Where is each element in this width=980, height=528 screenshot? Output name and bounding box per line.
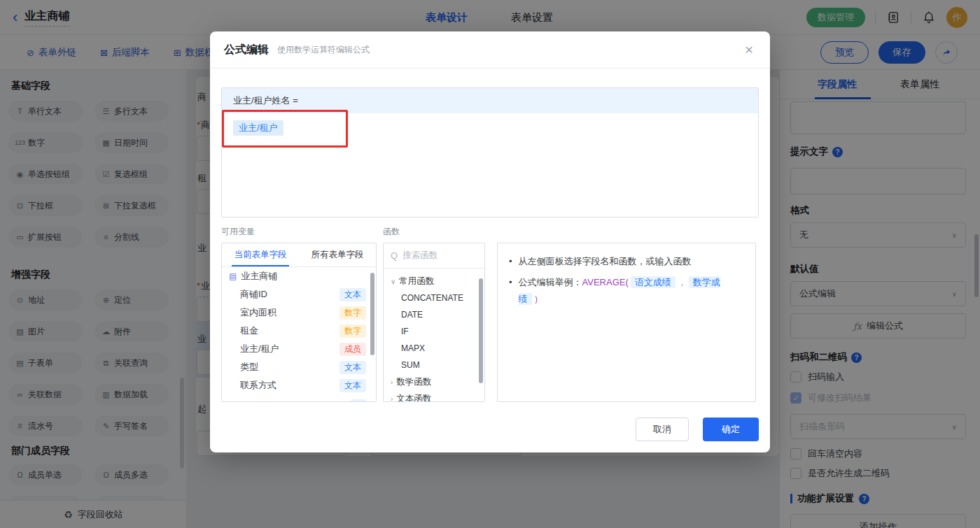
chevron-right-icon: › (391, 395, 393, 403)
dialog-subtitle: 使用数学运算符编辑公式 (277, 44, 370, 56)
annotation-red-box (222, 110, 348, 148)
variable-field-row[interactable]: 室内面积 数字 (222, 304, 376, 322)
chevron-down-icon: ∨ (391, 278, 396, 285)
type-badge: 数字 (340, 324, 366, 338)
example-function-name: AVERAGE( (582, 277, 629, 287)
chevron-right-icon: › (391, 378, 393, 386)
form-node[interactable]: ▤ 业主商铺 (222, 267, 376, 285)
form-doc-icon: ▤ (229, 271, 237, 281)
functions-panel: Q 搜索函数 ∨ 常用函数 CONCATENATE DATE IF MAPX S… (383, 243, 485, 402)
function-item[interactable]: CONCATENATE (384, 290, 484, 306)
function-item[interactable]: IF (384, 323, 484, 340)
function-item[interactable]: SUM (384, 357, 484, 373)
search-icon: Q (391, 250, 398, 261)
tips-panel: • 从左侧面板选择字段名和函数，或输入函数 • 公式编辑举例：AVERAGE(语… (497, 243, 756, 402)
tip-line-2: • 公式编辑举例：AVERAGE(语文成绩，数学成绩） (509, 274, 744, 308)
variables-scrollbar[interactable] (370, 273, 374, 355)
tab-all-form-fields[interactable]: 所有表单字段 (299, 243, 376, 266)
confirm-button[interactable]: 确定 (703, 418, 759, 441)
function-item[interactable]: MAPX (384, 340, 484, 357)
variable-field-row[interactable]: 商铺ID 文本 (222, 285, 376, 304)
variables-label: 可用变量 (221, 226, 255, 238)
tip-line-1: • 从左侧面板选择字段名和函数，或输入函数 (509, 253, 744, 270)
type-badge: 成员 (340, 343, 366, 356)
function-search-input[interactable]: Q 搜索函数 (384, 243, 484, 269)
example-chip: 语文成绩 (631, 276, 676, 288)
cancel-button[interactable]: 取消 (636, 418, 689, 441)
dialog-title: 公式编辑 (224, 43, 269, 57)
formula-edit-dialog: 公式编辑 使用数学运算符编辑公式 × 业主/租户姓名 = 业主/租户 可用变量 … (210, 31, 770, 452)
variable-field-row[interactable]: 联系方式 文本 (222, 376, 376, 394)
functions-scrollbar[interactable] (479, 278, 483, 383)
bullet: • (509, 274, 512, 308)
close-icon[interactable]: × (739, 40, 759, 59)
variable-field-row[interactable]: 类型 文本 (222, 358, 376, 376)
function-tree: ∨ 常用函数 CONCATENATE DATE IF MAPX SUM › 数学… (384, 269, 484, 402)
variable-field-row-partial (222, 394, 376, 401)
variable-field-row[interactable]: 租金 数字 (222, 322, 376, 340)
variable-field-row[interactable]: 业主/租户 成员 (222, 340, 376, 358)
function-item[interactable]: DATE (384, 306, 484, 323)
function-group-text[interactable]: › 文本函数 (384, 390, 484, 402)
search-placeholder: 搜索函数 (402, 250, 438, 262)
formula-editor[interactable]: 业主/租户姓名 = 业主/租户 (221, 87, 759, 217)
tab-current-form-fields[interactable]: 当前表单字段 (222, 243, 299, 266)
type-badge-partial (351, 399, 366, 401)
bullet: • (509, 253, 512, 270)
variables-list: ▤ 业主商铺 商铺ID 文本 室内面积 数字 租金 数字 业主/租户 成员 (222, 267, 376, 401)
dialog-header: 公式编辑 使用数学运算符编辑公式 (210, 31, 770, 69)
function-group-common[interactable]: ∨ 常用函数 (384, 273, 484, 290)
variables-panel: 当前表单字段 所有表单字段 ▤ 业主商铺 商铺ID 文本 室内面积 数字 租金 (221, 243, 377, 402)
type-badge: 文本 (340, 379, 366, 392)
functions-label: 函数 (383, 226, 400, 238)
app-root: ‹ 业主商铺 表单设计 表单设置 数据管理 (0, 0, 980, 528)
type-badge: 文本 (340, 288, 366, 301)
type-badge: 文本 (340, 361, 366, 374)
function-group-math[interactable]: › 数学函数 (384, 373, 484, 390)
type-badge: 数字 (340, 306, 366, 320)
